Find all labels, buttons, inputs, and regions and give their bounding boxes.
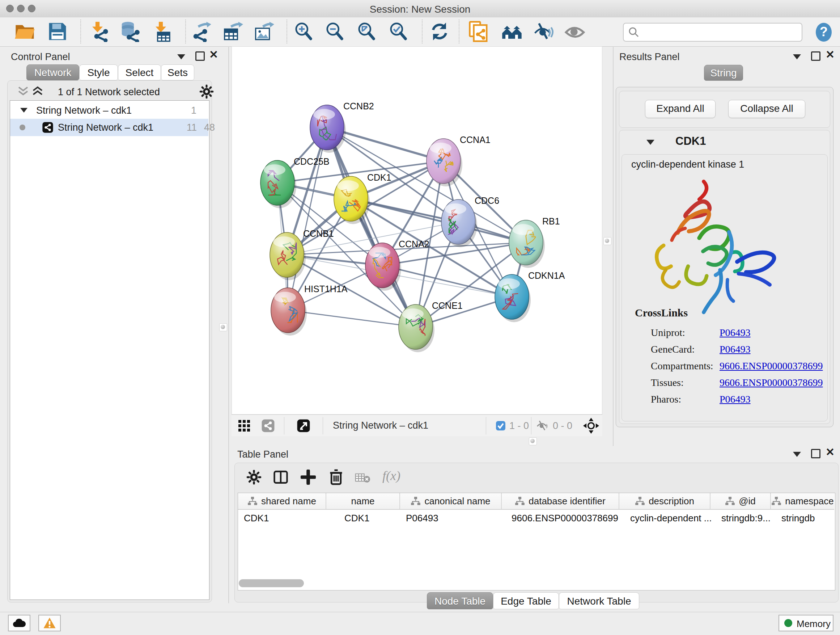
- show-columns-icon[interactable]: [273, 470, 288, 485]
- share-network-icon[interactable]: [261, 419, 275, 432]
- cell-description[interactable]: cyclin-dependent ...: [624, 513, 719, 524]
- crosslink-pharos-link[interactable]: P06493: [720, 394, 751, 405]
- memory-button[interactable]: Memory: [778, 615, 834, 631]
- cell-canonical-name[interactable]: P06493: [400, 513, 505, 524]
- selected-checkbox-icon[interactable]: [496, 421, 506, 431]
- network-node-CCNA2[interactable]: CCNA2: [365, 239, 429, 291]
- tab-network[interactable]: Network: [27, 65, 79, 80]
- tab-select[interactable]: Select: [118, 65, 161, 80]
- right-splitter-handle[interactable]: [603, 237, 611, 245]
- network-node-CCNE1[interactable]: CCNE1: [399, 301, 463, 352]
- network-node-CDC6[interactable]: CDC6: [441, 195, 499, 247]
- cell-shared-name[interactable]: CDK1: [238, 513, 331, 524]
- search-input[interactable]: [643, 24, 799, 39]
- expand-all-button[interactable]: Expand All: [645, 100, 715, 118]
- panel-menu-icon[interactable]: [177, 54, 185, 59]
- network-node-RB1[interactable]: RB1: [509, 216, 560, 268]
- string-copy-icon[interactable]: [468, 21, 489, 42]
- warning-status-button[interactable]: [38, 615, 61, 631]
- hidden-eye-icon[interactable]: [536, 420, 549, 432]
- first-neighbors-icon[interactable]: [501, 21, 523, 42]
- cloud-status-button[interactable]: [8, 615, 30, 631]
- network-options-gear-icon[interactable]: [199, 84, 214, 99]
- tab-string[interactable]: String: [704, 65, 743, 81]
- network-node-HIST1H1A[interactable]: HIST1H1A: [271, 284, 347, 336]
- panel-float-icon[interactable]: [195, 51, 205, 61]
- network-collection-row[interactable]: String Network – cdk1 1: [10, 102, 208, 119]
- birds-eye-view-icon[interactable]: [238, 420, 250, 432]
- tab-node-table[interactable]: Node Table: [427, 592, 493, 609]
- crosslink-compartments-link[interactable]: 9606.ENSP00000378699: [720, 360, 823, 372]
- network-node-CCNA1[interactable]: CCNA1: [426, 135, 491, 187]
- panel-menu-icon[interactable]: [793, 54, 801, 59]
- delete-table-icon[interactable]: [355, 472, 371, 483]
- function-builder-icon[interactable]: f(x): [382, 468, 401, 483]
- export-image-icon[interactable]: [253, 21, 274, 42]
- network-edge[interactable]: [288, 310, 416, 327]
- col-header-shared-name[interactable]: shared name: [238, 493, 326, 509]
- add-column-icon[interactable]: [301, 470, 316, 485]
- cell-database-identifier[interactable]: 9606.ENSP00000378699: [506, 513, 627, 524]
- panel-close-icon[interactable]: ✕: [826, 51, 835, 59]
- zoom-in-icon[interactable]: [294, 21, 315, 42]
- table-row[interactable]: CDK1 CDK1 P06493 9606.ENSP00000378699 cy…: [238, 510, 834, 526]
- network-node-CCNB2[interactable]: CCNB2: [310, 101, 374, 153]
- cell-id[interactable]: stringdb:9...: [715, 513, 779, 524]
- collapse-all-button[interactable]: Collapse All: [728, 100, 805, 118]
- col-header-namespace[interactable]: namespace: [771, 493, 834, 509]
- open-session-icon[interactable]: [14, 21, 35, 42]
- delete-column-icon[interactable]: [328, 469, 344, 486]
- panel-close-icon[interactable]: ✕: [826, 448, 835, 456]
- collapse-all-networks-icon[interactable]: [17, 86, 29, 97]
- save-session-icon[interactable]: [47, 21, 68, 42]
- zoom-fit-icon[interactable]: [357, 21, 378, 42]
- left-splitter-handle[interactable]: [219, 323, 227, 331]
- crosslink-uniprot-link[interactable]: P06493: [720, 327, 751, 339]
- vertical-splitter[interactable]: [228, 46, 229, 603]
- col-header-database-identifier[interactable]: database identifier: [502, 493, 619, 509]
- refresh-icon[interactable]: [429, 21, 450, 42]
- gene-collapse-icon[interactable]: [646, 140, 654, 145]
- tab-sets[interactable]: Sets: [161, 65, 194, 80]
- horizontal-scrollbar-thumb[interactable]: [239, 579, 304, 587]
- panel-close-icon[interactable]: ✕: [209, 51, 218, 59]
- crosslink-genecard-link[interactable]: P06493: [720, 344, 751, 355]
- panel-float-icon[interactable]: [811, 51, 821, 61]
- tab-network-table[interactable]: Network Table: [559, 592, 639, 609]
- network-edge[interactable]: [288, 127, 327, 310]
- expand-all-networks-icon[interactable]: [32, 86, 44, 97]
- show-hide-graphics-icon[interactable]: [532, 21, 554, 42]
- col-header-canonical-name[interactable]: canonical name: [400, 493, 502, 509]
- zoom-out-icon[interactable]: [325, 21, 346, 42]
- network-canvas[interactable]: CCNB2CCNA1CDC25BCDK1CDC6RB1CCNB1CCNA2CDK…: [232, 47, 602, 414]
- table-gear-icon[interactable]: [246, 470, 262, 485]
- network-edge[interactable]: [351, 199, 526, 242]
- network-node-CDKN1A[interactable]: CDKN1A: [495, 271, 565, 322]
- bottom-splitter-handle[interactable]: [529, 437, 537, 445]
- panel-menu-icon[interactable]: [793, 452, 801, 457]
- export-network-icon[interactable]: [191, 21, 212, 42]
- fit-selected-icon[interactable]: [583, 418, 599, 434]
- vertical-splitter-right[interactable]: [613, 46, 614, 446]
- export-table-icon[interactable]: [222, 21, 243, 42]
- panel-float-icon[interactable]: [811, 449, 821, 458]
- network-row[interactable]: String Network – cdk1 11 48: [10, 119, 208, 136]
- open-in-new-window-icon[interactable]: [297, 419, 310, 432]
- col-header-description[interactable]: description: [619, 493, 711, 509]
- toggle-graphics-icon[interactable]: [564, 21, 585, 42]
- collection-expand-icon[interactable]: [20, 108, 27, 112]
- tab-edge-table[interactable]: Edge Table: [493, 592, 559, 609]
- cell-name[interactable]: CDK1: [339, 513, 406, 524]
- import-network-from-database-icon[interactable]: [119, 21, 141, 42]
- help-icon[interactable]: ?: [813, 22, 834, 43]
- col-header-id[interactable]: @id: [711, 493, 771, 509]
- tab-style[interactable]: Style: [79, 65, 118, 80]
- import-network-icon[interactable]: [88, 21, 110, 42]
- col-header-name[interactable]: name: [326, 493, 400, 509]
- network-edge[interactable]: [327, 127, 416, 327]
- network-node-CCNB1[interactable]: CCNB1: [270, 228, 334, 280]
- import-table-icon[interactable]: [152, 21, 173, 42]
- zoom-selected-icon[interactable]: [388, 21, 409, 42]
- crosslink-tissues-link[interactable]: 9606.ENSP00000378699: [720, 377, 823, 388]
- cell-namespace[interactable]: stringdb: [775, 513, 838, 524]
